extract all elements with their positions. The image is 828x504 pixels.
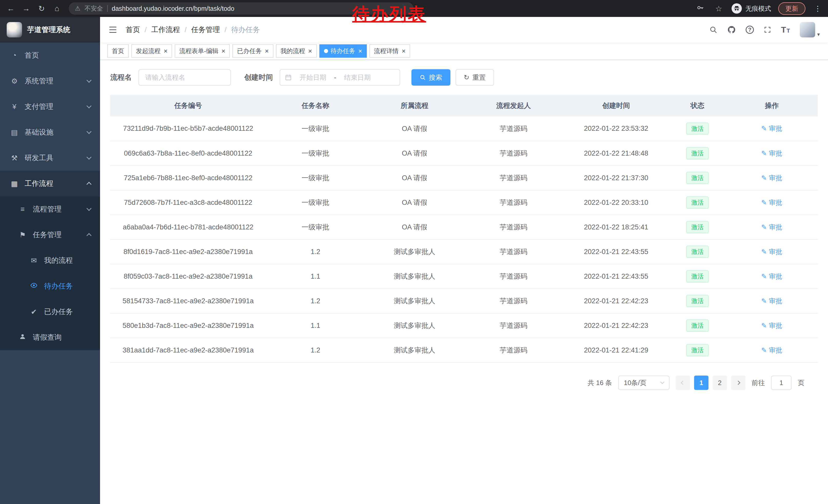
page-button-2[interactable]: 2 bbox=[713, 375, 727, 390]
create-time-label: 创建时间 bbox=[244, 73, 273, 82]
github-icon[interactable] bbox=[727, 26, 736, 34]
approve-link[interactable]: ✎ 审批 bbox=[761, 174, 782, 183]
dashboard-icon: ◔ bbox=[10, 51, 18, 59]
cell-status: 激活 bbox=[669, 289, 726, 313]
close-icon[interactable]: × bbox=[402, 48, 406, 54]
cell-create-time: 2022-01-22 18:25:41 bbox=[563, 215, 669, 239]
url-bar[interactable]: ⚠ 不安全 dashboard.yudao.iocoder.cn/bpm/tas… bbox=[69, 2, 413, 15]
approve-link[interactable]: ✎ 审批 bbox=[761, 223, 782, 232]
chevron-down-icon bbox=[86, 154, 92, 160]
cell-task-name: 1.1 bbox=[266, 313, 365, 338]
sidebar-item-payment[interactable]: ¥ 支付管理 bbox=[0, 94, 100, 120]
tab-done-tasks[interactable]: 已办任务 × bbox=[233, 44, 273, 58]
goto-page-input[interactable] bbox=[771, 375, 792, 390]
approve-link[interactable]: ✎ 审批 bbox=[761, 321, 782, 330]
breadcrumb-workflow[interactable]: 工作流程 bbox=[151, 25, 180, 35]
process-name-input[interactable] bbox=[138, 69, 231, 86]
cell-action: ✎ 审批 bbox=[726, 117, 818, 141]
date-range-picker[interactable]: - bbox=[280, 69, 400, 86]
url-divider bbox=[107, 5, 108, 12]
search-icon[interactable] bbox=[709, 26, 717, 34]
page-button-1[interactable]: 1 bbox=[694, 375, 708, 390]
sidebar-item-task-mgmt[interactable]: ⚑ 任务管理 bbox=[0, 222, 100, 248]
tab-form-edit[interactable]: 流程表单-编辑 × bbox=[175, 44, 230, 58]
approve-link[interactable]: ✎ 审批 bbox=[761, 198, 782, 207]
sidebar-toggle-icon[interactable] bbox=[108, 25, 118, 34]
close-icon[interactable]: × bbox=[265, 48, 268, 54]
sidebar-menu: ◔ 首页 ⚙ 系统管理 ¥ 支付管理 ▤ 基础设施 bbox=[0, 43, 100, 350]
url-text: dashboard.yudao.iocoder.cn/bpm/task/todo bbox=[112, 5, 235, 12]
key-icon[interactable] bbox=[695, 4, 706, 13]
reset-button[interactable]: ↻ 重置 bbox=[456, 69, 494, 86]
end-date-input[interactable] bbox=[338, 74, 376, 82]
cell-task-id: 381aa1dd-7ac8-11ec-a9e2-a2380e71991a bbox=[110, 338, 266, 363]
sidebar-item-done-task[interactable]: ✔ 已办任务 bbox=[0, 299, 100, 325]
cell-task-id: 8f059c03-7ac8-11ec-a9e2-a2380e71991a bbox=[110, 264, 266, 289]
approve-link[interactable]: ✎ 审批 bbox=[761, 124, 782, 133]
search-button[interactable]: 搜索 bbox=[411, 69, 450, 86]
tab-todo-tasks[interactable]: 待办任务 × bbox=[319, 44, 367, 58]
table-header-row: 任务编号 任务名称 所属流程 流程发起人 创建时间 状态 操作 bbox=[110, 95, 818, 117]
cell-create-time: 2022-01-21 22:41:29 bbox=[563, 338, 669, 363]
cell-status: 激活 bbox=[669, 166, 726, 190]
sidebar-item-system[interactable]: ⚙ 系统管理 bbox=[0, 68, 100, 94]
cell-initiator: 芋道源码 bbox=[464, 190, 563, 215]
approve-link[interactable]: ✎ 审批 bbox=[761, 272, 782, 281]
bookmark-star-icon[interactable]: ☆ bbox=[713, 4, 724, 13]
update-button[interactable]: 更新 bbox=[778, 2, 805, 15]
cell-create-time: 2022-01-21 22:42:23 bbox=[563, 289, 669, 313]
yen-icon: ¥ bbox=[10, 102, 18, 111]
sidebar-item-devtools[interactable]: ⚒ 研发工具 bbox=[0, 145, 100, 171]
close-icon[interactable]: × bbox=[221, 48, 225, 54]
approve-link[interactable]: ✎ 审批 bbox=[761, 149, 782, 158]
workflow-icon: ▦ bbox=[10, 179, 18, 188]
close-icon[interactable]: × bbox=[308, 48, 312, 54]
approve-link[interactable]: ✎ 审批 bbox=[761, 346, 782, 355]
user-menu[interactable]: ▾ bbox=[800, 22, 820, 37]
page-size-select[interactable]: 10条/页 bbox=[618, 375, 669, 390]
approve-link[interactable]: ✎ 审批 bbox=[761, 296, 782, 306]
reload-icon[interactable]: ↻ bbox=[36, 4, 47, 13]
sidebar-item-workflow[interactable]: ▦ 工作流程 bbox=[0, 171, 100, 196]
help-icon[interactable]: ? bbox=[746, 26, 754, 34]
font-size-icon[interactable]: TT bbox=[781, 25, 790, 35]
fullscreen-icon[interactable] bbox=[763, 26, 771, 34]
cell-action: ✎ 审批 bbox=[726, 141, 818, 166]
tab-home[interactable]: 首页 bbox=[107, 44, 129, 58]
close-icon[interactable]: × bbox=[358, 48, 362, 54]
cell-action: ✎ 审批 bbox=[726, 313, 818, 338]
sidebar-item-todo-task[interactable]: 待办任务 bbox=[0, 273, 100, 299]
cell-task-id: 73211d9d-7b9b-11ec-b5b7-acde48001122 bbox=[110, 117, 266, 141]
sidebar-item-leave-query[interactable]: 请假查询 bbox=[0, 325, 100, 350]
home-icon[interactable]: ⌂ bbox=[51, 4, 63, 13]
approve-link[interactable]: ✎ 审批 bbox=[761, 247, 782, 256]
col-create-time: 创建时间 bbox=[563, 95, 669, 117]
browser-menu-icon[interactable]: ⋮ bbox=[813, 4, 823, 13]
tab-start-process[interactable]: 发起流程 × bbox=[131, 44, 172, 58]
tab-my-process[interactable]: 我的流程 × bbox=[276, 44, 317, 58]
forward-icon[interactable]: → bbox=[20, 4, 32, 13]
breadcrumb-task-mgmt[interactable]: 任务管理 bbox=[191, 25, 220, 35]
app-logo[interactable]: 芋道管理系统 bbox=[0, 17, 100, 43]
tab-process-detail[interactable]: 流程详情 × bbox=[369, 44, 410, 58]
cell-action: ✎ 审批 bbox=[726, 338, 818, 363]
calendar-icon bbox=[285, 74, 292, 81]
next-page-button[interactable] bbox=[731, 375, 745, 390]
sidebar-item-my-process[interactable]: ✉ 我的流程 bbox=[0, 248, 100, 273]
sidebar-item-infrastructure[interactable]: ▤ 基础设施 bbox=[0, 120, 100, 145]
start-date-input[interactable] bbox=[294, 74, 332, 82]
main-area: 首页 / 工作流程 / 任务管理 / 待办任务 ? bbox=[100, 17, 828, 504]
table-body: 73211d9d-7b9b-11ec-b5b7-acde48001122 一级审… bbox=[110, 117, 818, 363]
close-icon[interactable]: × bbox=[164, 48, 167, 54]
back-icon[interactable]: ← bbox=[5, 4, 16, 13]
status-badge: 激活 bbox=[686, 344, 709, 356]
sidebar: 芋道管理系统 ◔ 首页 ⚙ 系统管理 ¥ 支付管理 ▤ bbox=[0, 17, 100, 504]
sidebar-item-home[interactable]: ◔ 首页 bbox=[0, 43, 100, 68]
edit-icon: ✎ bbox=[761, 297, 767, 305]
breadcrumb-home[interactable]: 首页 bbox=[126, 25, 140, 35]
sidebar-item-process-mgmt[interactable]: ≡ 流程管理 bbox=[0, 196, 100, 222]
incognito-indicator[interactable]: 无痕模式 bbox=[732, 3, 771, 13]
avatar bbox=[800, 22, 815, 37]
status-badge: 激活 bbox=[686, 221, 709, 233]
prev-page-button[interactable] bbox=[676, 375, 690, 390]
